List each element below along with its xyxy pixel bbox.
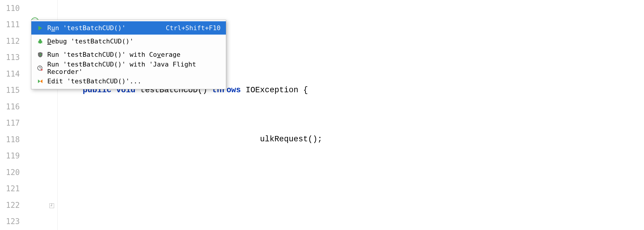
flight-recorder-icon	[37, 64, 44, 72]
line-number: 123	[0, 213, 31, 230]
menu-item-run[interactable]: Run 'testBatchCUD()' Ctrl+Shift+F10	[31, 21, 226, 35]
menu-label: Run 'testBatchCUD()' with 'Java Flight R…	[47, 61, 221, 75]
menu-item-debug[interactable]: Debug 'testBatchCUD()'	[31, 35, 226, 48]
code-line[interactable]: ulkRequest();	[58, 131, 644, 148]
menu-label: Run 'testBatchCUD()'	[47, 24, 162, 32]
menu-shortcut: Ctrl+Shift+F10	[166, 24, 221, 32]
svg-marker-13	[38, 79, 41, 83]
line-number-gutter: 110 111 112 113 114 115 116 117 118 119 …	[0, 0, 31, 230]
code-text: ulkRequest();	[260, 135, 322, 144]
menu-item-run-coverage[interactable]: Run 'testBatchCUD()' with Coverage	[31, 48, 226, 61]
svg-point-3	[39, 39, 41, 41]
line-number: 111	[0, 17, 31, 33]
svg-line-6	[38, 42, 39, 43]
line-number: 116	[0, 98, 31, 115]
menu-item-edit-config[interactable]: Edit 'testBatchCUD()'...	[31, 74, 226, 88]
line-number: 118	[0, 131, 31, 148]
run-icon	[37, 25, 44, 32]
svg-line-7	[41, 42, 43, 43]
fold-end-icon[interactable]: ┘	[49, 203, 54, 208]
code-text: IOException {	[246, 86, 308, 95]
menu-label: Edit 'testBatchCUD()'...	[47, 77, 221, 85]
menu-item-run-jfr[interactable]: Run 'testBatchCUD()' with 'Java Flight R…	[31, 61, 226, 74]
code-line[interactable]	[58, 181, 644, 197]
bug-icon	[37, 38, 44, 45]
coverage-icon	[37, 51, 44, 58]
edit-config-icon	[37, 78, 44, 85]
line-number: 114	[0, 66, 31, 82]
menu-label: Debug 'testBatchCUD()'	[47, 38, 221, 45]
line-number: 120	[0, 164, 31, 181]
line-number: 119	[0, 148, 31, 164]
line-number: 121	[0, 181, 31, 197]
svg-marker-14	[40, 79, 43, 83]
menu-label: Run 'testBatchCUD()' with Coverage	[47, 51, 221, 58]
line-number: 112	[0, 33, 31, 49]
line-number: 122	[0, 197, 31, 213]
line-number: 113	[0, 49, 31, 66]
line-number: 115	[0, 82, 31, 99]
line-number: 110	[0, 0, 31, 17]
svg-marker-1	[38, 26, 42, 30]
context-menu: Run 'testBatchCUD()' Ctrl+Shift+F10 Debu…	[31, 20, 226, 89]
line-number: 117	[0, 115, 31, 132]
